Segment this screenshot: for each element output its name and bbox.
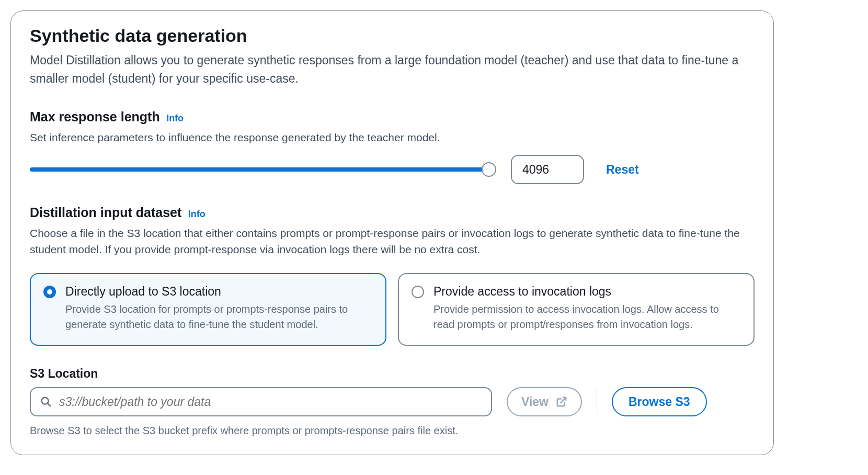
- svg-line-2: [561, 398, 566, 403]
- dataset-desc: Choose a file in the S3 location that ei…: [30, 225, 755, 257]
- s3-location-row: View Browse S3: [30, 387, 755, 416]
- s3-location-label: S3 Location: [30, 367, 755, 381]
- s3-location-input[interactable]: [59, 395, 482, 409]
- slider-thumb[interactable]: [482, 162, 496, 177]
- svg-line-1: [48, 403, 51, 406]
- option-title: Directly upload to S3 location: [65, 285, 373, 299]
- option-desc: Provide permission to access invocation …: [433, 302, 741, 332]
- slider-track: [30, 167, 489, 172]
- radio-icon: [412, 286, 424, 298]
- option-upload-s3[interactable]: Directly upload to S3 location Provide S…: [30, 273, 386, 346]
- max-response-controls: Reset: [30, 155, 755, 184]
- reset-button[interactable]: Reset: [606, 163, 639, 177]
- max-response-desc: Set inference parameters to influence th…: [30, 130, 755, 145]
- page-subtitle: Model Distillation allows you to generat…: [30, 51, 755, 87]
- synthetic-data-card: Synthetic data generation Model Distilla…: [10, 10, 774, 455]
- view-button-label: View: [521, 395, 549, 409]
- divider: [597, 389, 597, 414]
- view-button[interactable]: View: [507, 387, 582, 416]
- browse-s3-button[interactable]: Browse S3: [612, 387, 707, 416]
- s3-location-input-wrap[interactable]: [30, 387, 492, 416]
- max-response-heading: Max response length: [30, 109, 160, 124]
- max-response-section: Max response length Info Set inference p…: [30, 109, 755, 184]
- option-invocation-logs[interactable]: Provide access to invocation logs Provid…: [398, 273, 755, 346]
- search-icon: [40, 396, 52, 408]
- dataset-section: Distillation input dataset Info Choose a…: [30, 205, 755, 346]
- max-response-slider[interactable]: [30, 162, 489, 177]
- option-title: Provide access to invocation logs: [433, 285, 741, 299]
- page-title: Synthetic data generation: [30, 26, 755, 46]
- dataset-options: Directly upload to S3 location Provide S…: [30, 273, 755, 346]
- dataset-heading: Distillation input dataset: [30, 205, 181, 220]
- s3-helper-text: Browse S3 to select the S3 bucket prefix…: [30, 425, 755, 437]
- max-response-info-link[interactable]: Info: [166, 113, 184, 123]
- dataset-info-link[interactable]: Info: [188, 209, 205, 219]
- s3-location-section: S3 Location View Browse S3 Browse S3 to …: [30, 367, 755, 437]
- radio-icon: [43, 286, 56, 298]
- option-desc: Provide S3 location for prompts or promp…: [65, 302, 373, 332]
- max-response-value-input[interactable]: [511, 155, 584, 184]
- external-link-icon: [556, 396, 567, 408]
